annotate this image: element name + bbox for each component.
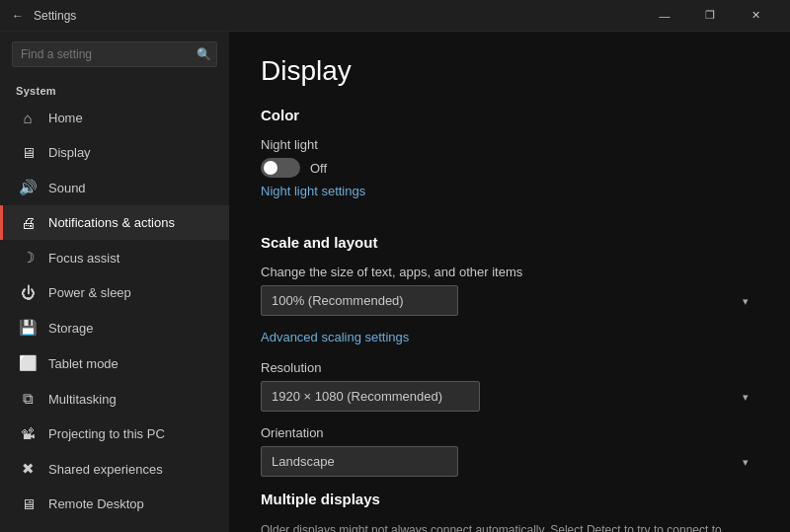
sidebar-item-label-multitasking: Multitasking xyxy=(48,392,117,407)
sidebar-item-label-storage: Storage xyxy=(48,321,94,336)
sidebar-item-projecting[interactable]: 📽Projecting to this PC xyxy=(0,417,229,451)
resolution-dropdown-arrow: ▾ xyxy=(743,390,749,403)
orientation-label: Orientation xyxy=(261,425,758,440)
projecting-icon: 📽 xyxy=(19,425,37,442)
sidebar-item-storage[interactable]: 💾Storage xyxy=(0,310,229,345)
titlebar-controls: — ❐ ✕ xyxy=(642,0,778,32)
night-light-label: Night light xyxy=(261,137,758,152)
restore-button[interactable]: ❐ xyxy=(687,0,733,32)
sidebar-section-label: System xyxy=(0,77,229,101)
sidebar-item-label-shared: Shared experiences xyxy=(48,462,163,477)
resolution-dropdown[interactable]: 1920 × 1080 (Recommended) xyxy=(261,381,480,412)
resolution-dropdown-wrap: 1920 × 1080 (Recommended) ▾ xyxy=(261,381,758,412)
sidebar-item-label-focus: Focus assist xyxy=(48,251,119,266)
titlebar-left: ← Settings xyxy=(12,9,642,23)
page-title: Display xyxy=(261,55,758,87)
sidebar-item-sound[interactable]: 🔊Sound xyxy=(0,170,229,205)
sidebar: 🔍 System ⌂Home🖥Display🔊Sound🖨Notificatio… xyxy=(0,32,229,532)
sidebar-item-tablet[interactable]: ⬜Tablet mode xyxy=(0,345,229,381)
shared-icon: ✖ xyxy=(19,460,37,478)
night-light-state: Off xyxy=(310,161,327,176)
home-icon: ⌂ xyxy=(19,110,37,126)
sound-icon: 🔊 xyxy=(19,179,37,196)
sidebar-item-label-notifications: Notifications & actions xyxy=(48,215,175,230)
remote-icon: 🖥 xyxy=(19,495,37,512)
orientation-dropdown-wrap: Landscape ▾ xyxy=(261,446,758,477)
sidebar-item-label-tablet: Tablet mode xyxy=(48,356,118,371)
scale-dropdown-arrow: ▾ xyxy=(743,294,749,307)
scale-dropdown[interactable]: 100% (Recommended) xyxy=(261,285,458,316)
sidebar-items-list: ⌂Home🖥Display🔊Sound🖨Notifications & acti… xyxy=(0,101,229,532)
search-input[interactable] xyxy=(12,41,217,67)
night-light-toggle[interactable] xyxy=(261,158,300,178)
minimize-button[interactable]: — xyxy=(642,0,687,32)
storage-icon: 💾 xyxy=(19,319,37,337)
scale-description: Change the size of text, apps, and other… xyxy=(261,265,758,279)
sidebar-item-shared[interactable]: ✖Shared experiences xyxy=(0,451,229,487)
sidebar-item-power[interactable]: ⏻Power & sleep xyxy=(0,275,229,310)
content-area: Display Color Night light Off Night ligh… xyxy=(229,32,790,532)
tablet-icon: ⬜ xyxy=(19,354,37,372)
sidebar-item-label-remote: Remote Desktop xyxy=(48,496,144,511)
sidebar-item-label-display: Display xyxy=(48,145,91,160)
sidebar-item-home[interactable]: ⌂Home xyxy=(0,101,229,135)
scale-section-heading: Scale and layout xyxy=(261,234,758,251)
back-button[interactable]: ← xyxy=(12,9,24,23)
multiple-displays-description: Older displays might not always connect … xyxy=(261,521,735,532)
sidebar-item-about[interactable]: ℹAbout xyxy=(0,521,229,532)
sidebar-item-focus[interactable]: ☽Focus assist xyxy=(0,240,229,275)
multitasking-icon: ⧉ xyxy=(19,390,37,408)
search-icon: 🔍 xyxy=(197,47,211,61)
sidebar-item-label-power: Power & sleep xyxy=(48,285,131,300)
sidebar-item-notifications[interactable]: 🖨Notifications & actions xyxy=(0,205,229,240)
sidebar-item-multitasking[interactable]: ⧉Multitasking xyxy=(0,381,229,417)
notifications-icon: 🖨 xyxy=(19,214,37,231)
multiple-displays-heading: Multiple displays xyxy=(261,491,758,507)
close-button[interactable]: ✕ xyxy=(733,0,778,32)
sidebar-item-display[interactable]: 🖥Display xyxy=(0,135,229,170)
sidebar-item-remote[interactable]: 🖥Remote Desktop xyxy=(0,487,229,521)
sidebar-item-label-home: Home xyxy=(48,111,83,125)
titlebar: ← Settings — ❐ ✕ xyxy=(0,0,790,32)
search-container: 🔍 xyxy=(12,41,217,67)
scale-dropdown-wrap: 100% (Recommended) ▾ xyxy=(261,285,758,316)
sidebar-item-label-projecting: Projecting to this PC xyxy=(48,426,165,441)
orientation-dropdown[interactable]: Landscape xyxy=(261,446,458,477)
resolution-label: Resolution xyxy=(261,360,758,375)
focus-icon: ☽ xyxy=(19,249,37,266)
titlebar-title: Settings xyxy=(34,9,76,23)
night-light-settings-link[interactable]: Night light settings xyxy=(261,184,365,198)
orientation-dropdown-arrow: ▾ xyxy=(743,455,749,468)
sidebar-item-label-sound: Sound xyxy=(48,181,86,195)
main-layout: 🔍 System ⌂Home🖥Display🔊Sound🖨Notificatio… xyxy=(0,32,790,532)
night-light-toggle-row: Off xyxy=(261,158,758,178)
display-icon: 🖥 xyxy=(19,144,37,161)
advanced-scaling-link[interactable]: Advanced scaling settings xyxy=(261,330,409,344)
color-section-heading: Color xyxy=(261,107,758,123)
power-icon: ⏻ xyxy=(19,284,37,301)
